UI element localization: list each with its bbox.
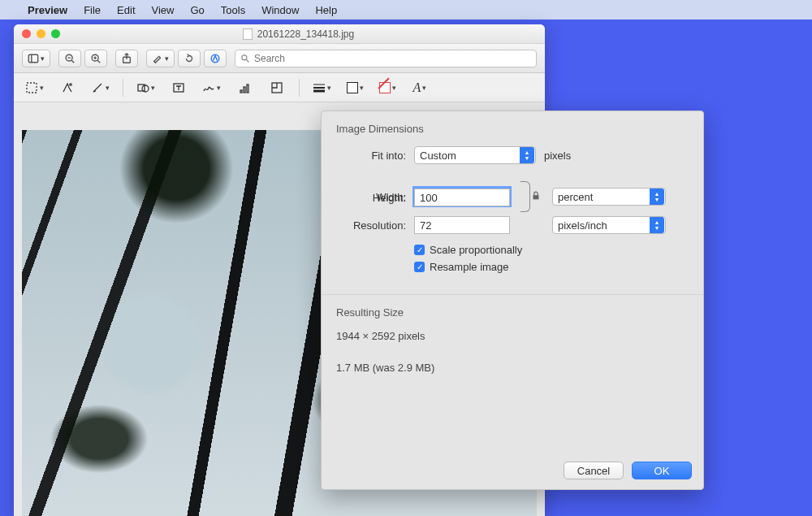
minimize-icon[interactable]: [37, 29, 45, 38]
rotate-button[interactable]: [178, 50, 201, 67]
svg-line-6: [97, 60, 100, 63]
checkmark-icon: ✓: [414, 262, 425, 272]
line-style-icon[interactable]: ▾: [309, 78, 335, 98]
fit-into-value: Custom: [420, 150, 456, 162]
select-arrows-icon: ▲▼: [520, 147, 534, 163]
checkmark-icon: ✓: [414, 245, 425, 255]
svg-point-17: [142, 85, 149, 92]
height-label: Height:: [336, 192, 406, 204]
menu-window[interactable]: Window: [261, 4, 299, 16]
lasso-tool-icon[interactable]: ▾: [88, 78, 113, 98]
menu-view[interactable]: View: [152, 4, 175, 16]
instant-alpha-icon[interactable]: [55, 78, 80, 98]
shapes-icon[interactable]: ▾: [133, 78, 158, 98]
scale-proportionally-checkbox[interactable]: ✓ Scale proportionally: [414, 244, 689, 256]
section-resulting-size: Resulting Size: [336, 306, 689, 319]
markup-button[interactable]: [204, 50, 227, 67]
menu-file[interactable]: File: [84, 4, 101, 16]
svg-rect-23: [247, 85, 248, 93]
cancel-button[interactable]: Cancel: [564, 462, 624, 479]
zoom-out-button[interactable]: [58, 50, 81, 67]
bracket-icon: [520, 181, 530, 212]
window-title: 20161228_134418.jpg: [257, 28, 354, 40]
svg-line-13: [247, 59, 249, 62]
highlight-button[interactable]: ▾: [146, 50, 175, 67]
height-field[interactable]: 100: [414, 189, 510, 206]
share-button[interactable]: [115, 50, 138, 67]
zoom-icon[interactable]: [51, 29, 60, 38]
fit-into-label: Fit into:: [336, 150, 406, 162]
select-arrows-icon: ▲▼: [650, 189, 664, 205]
ok-button[interactable]: OK: [632, 462, 692, 479]
svg-point-12: [242, 54, 247, 59]
menu-help[interactable]: Help: [315, 4, 337, 16]
sign-icon[interactable]: ▾: [199, 78, 224, 98]
titlebar: 20161228_134418.jpg: [14, 24, 545, 44]
menu-go[interactable]: Go: [190, 4, 204, 16]
adjust-color-icon[interactable]: [232, 78, 257, 98]
fill-color-icon[interactable]: ▾: [375, 78, 400, 98]
wh-unit-select[interactable]: percent ▲▼: [552, 188, 666, 206]
selection-tool-icon[interactable]: ▾: [22, 78, 47, 98]
svg-rect-21: [240, 90, 242, 93]
svg-rect-22: [244, 87, 245, 93]
svg-point-15: [70, 83, 71, 85]
markup-toolbar: ▾ ▾ ▾ ▾ ▾ ▾ ▾ A▾: [14, 73, 545, 102]
app-menu[interactable]: Preview: [28, 4, 67, 16]
border-color-icon[interactable]: ▾: [343, 78, 367, 98]
adjust-size-dialog: Image Dimensions Fit into: Custom ▲▼ pix…: [321, 111, 704, 490]
resolution-label: Resolution:: [336, 219, 406, 232]
section-image-dimensions: Image Dimensions: [336, 123, 689, 135]
menubar: Preview File Edit View Go Tools Window H…: [0, 0, 812, 20]
resolution-unit-value: pixels/inch: [558, 219, 607, 232]
toolbar: ▾ ▾: [14, 44, 545, 73]
sidebar-button[interactable]: ▾: [22, 50, 50, 67]
adjust-size-icon[interactable]: [265, 78, 289, 98]
traffic-lights: [22, 29, 60, 38]
close-icon[interactable]: [22, 29, 31, 38]
svg-rect-14: [27, 83, 37, 93]
fit-into-select[interactable]: Custom ▲▼: [414, 146, 536, 164]
lock-icon[interactable]: [530, 190, 542, 204]
menu-tools[interactable]: Tools: [221, 4, 245, 16]
svg-rect-0: [28, 54, 37, 63]
zoom-in-button[interactable]: [84, 50, 107, 67]
fit-into-unit: pixels: [544, 150, 571, 162]
text-icon[interactable]: [166, 78, 191, 98]
result-dimensions: 1944 × 2592 pixels: [336, 330, 689, 342]
menu-edit[interactable]: Edit: [117, 4, 135, 16]
search-field[interactable]: [254, 53, 531, 64]
resample-image-checkbox[interactable]: ✓ Resample image: [414, 261, 689, 273]
svg-line-3: [71, 60, 74, 63]
search-icon: [240, 54, 250, 63]
result-filesize: 1.7 MB (was 2.9 MB): [336, 362, 689, 374]
search-input[interactable]: [235, 50, 537, 67]
font-style-icon[interactable]: A▾: [408, 78, 432, 98]
resolution-field[interactable]: 72: [414, 216, 510, 234]
select-arrows-icon: ▲▼: [650, 217, 664, 233]
resolution-unit-select[interactable]: pixels/inch ▲▼: [552, 216, 666, 234]
file-icon: [243, 28, 253, 40]
wh-unit-value: percent: [558, 191, 593, 203]
